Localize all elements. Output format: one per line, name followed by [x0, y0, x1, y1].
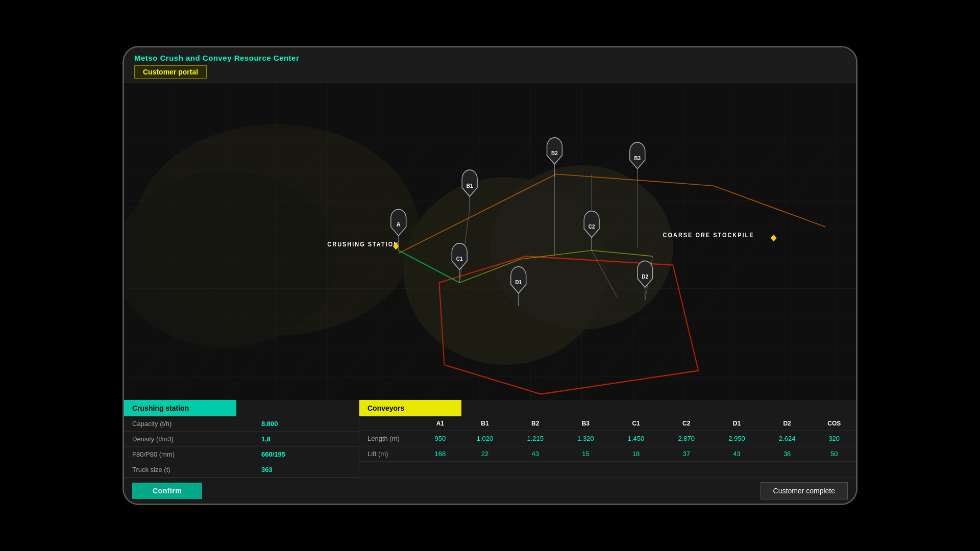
crushing-row-label: Capacity (t/h): [124, 416, 253, 432]
conv-col-header: [359, 416, 421, 431]
crushing-row-label: F80/P80 (mm): [124, 447, 253, 462]
conveyors-panel: Conveyors A1B1B2B3C1C2D1D2COS Length (m)…: [359, 400, 856, 478]
svg-text:B1: B1: [467, 182, 473, 189]
conv-col-header: B3: [560, 416, 611, 431]
conv-col-header: D1: [712, 416, 762, 431]
crushing-station-panel: Crushing station Capacity (t/h) 8.800 De…: [124, 400, 359, 478]
svg-text:B3: B3: [634, 155, 641, 161]
conv-data-row: Lift (m)1682243151837433850: [359, 446, 856, 462]
conv-row-value: 2.950: [712, 431, 762, 446]
svg-text:D2: D2: [642, 273, 648, 280]
conv-row-value: 37: [661, 446, 712, 462]
conv-data-row: Length (m)9501.0201.2151.3201.4502.8702.…: [359, 431, 856, 446]
conv-col-header: C1: [611, 416, 662, 431]
crushing-data-table: Capacity (t/h) 8.800 Density (t/m3) 1,8 …: [124, 416, 359, 478]
map-area: CRUSHING STATION COARSE ORE STOCKPILE A …: [124, 83, 856, 400]
customer-complete-button[interactable]: Customer complete: [761, 482, 848, 499]
conv-col-header: COS: [812, 416, 856, 431]
conv-row-value: 168: [421, 446, 460, 462]
svg-text:CRUSHING STATION: CRUSHING STATION: [327, 240, 399, 248]
conveyors-header: Conveyors: [359, 400, 461, 416]
conv-row-value: 22: [460, 446, 510, 462]
crushing-station-header: Crushing station: [124, 400, 236, 416]
conv-col-header: C2: [661, 416, 712, 431]
terrain-svg: CRUSHING STATION COARSE ORE STOCKPILE A …: [124, 83, 856, 400]
svg-text:D1: D1: [515, 279, 522, 286]
conv-row-label: Length (m): [359, 431, 421, 446]
crushing-row-value: 8.800: [253, 416, 359, 432]
conv-row-value: 50: [812, 446, 856, 462]
button-row: Confirm Customer complete: [124, 478, 856, 504]
conv-row-value: 320: [812, 431, 856, 446]
conv-row-value: 43: [712, 446, 762, 462]
crushing-row-label: Truck size (t): [124, 462, 253, 478]
app-container: Metso Crush and Convey Resource Center C…: [124, 47, 856, 504]
conv-col-header: B2: [510, 416, 560, 431]
crushing-data-row: Truck size (t) 363: [124, 462, 359, 478]
app-title: Metso Crush and Convey Resource Center: [134, 54, 846, 62]
svg-text:B2: B2: [551, 150, 558, 157]
crushing-data-row: Capacity (t/h) 8.800: [124, 416, 359, 432]
confirm-button[interactable]: Confirm: [132, 483, 202, 499]
conv-row-value: 43: [510, 446, 560, 462]
conv-col-header: A1: [421, 416, 460, 431]
svg-text:C1: C1: [456, 256, 463, 262]
crushing-row-value: 1,8: [253, 432, 359, 447]
conv-row-value: 1.215: [510, 431, 560, 446]
conv-col-header: B1: [460, 416, 510, 431]
crushing-data-row: Density (t/m3) 1,8: [124, 432, 359, 447]
conv-row-value: 2.624: [762, 431, 813, 446]
conv-row-value: 15: [560, 446, 611, 462]
conv-row-value: 2.870: [661, 431, 712, 446]
svg-text:COARSE ORE STOCKPILE: COARSE ORE STOCKPILE: [663, 232, 754, 239]
map-background: CRUSHING STATION COARSE ORE STOCKPILE A …: [124, 83, 856, 400]
crushing-row-value: 660/195: [253, 447, 359, 462]
bottom-section: Crushing station Capacity (t/h) 8.800 De…: [124, 400, 856, 504]
conv-row-value: 950: [421, 431, 460, 446]
svg-text:A: A: [397, 220, 401, 228]
crushing-row-label: Density (t/m3): [124, 432, 253, 447]
conv-row-label: Lift (m): [359, 446, 421, 462]
svg-text:C2: C2: [589, 223, 595, 230]
conv-row-value: 38: [762, 446, 813, 462]
conv-row-value: 18: [611, 446, 662, 462]
tablet-frame: Metso Crush and Convey Resource Center C…: [122, 46, 857, 505]
customer-portal-badge: Customer portal: [134, 65, 207, 79]
conv-col-header: D2: [762, 416, 813, 431]
header: Metso Crush and Convey Resource Center C…: [124, 47, 856, 83]
panels-row: Crushing station Capacity (t/h) 8.800 De…: [124, 400, 856, 478]
conv-row-value: 1.020: [460, 431, 510, 446]
conv-row-value: 1.320: [560, 431, 611, 446]
crushing-row-value: 363: [253, 462, 359, 478]
crushing-data-row: F80/P80 (mm) 660/195: [124, 447, 359, 462]
conv-row-value: 1.450: [611, 431, 662, 446]
conveyors-data-table: A1B1B2B3C1C2D1D2COS Length (m)9501.0201.…: [359, 416, 856, 462]
conv-header-row: A1B1B2B3C1C2D1D2COS: [359, 416, 856, 431]
